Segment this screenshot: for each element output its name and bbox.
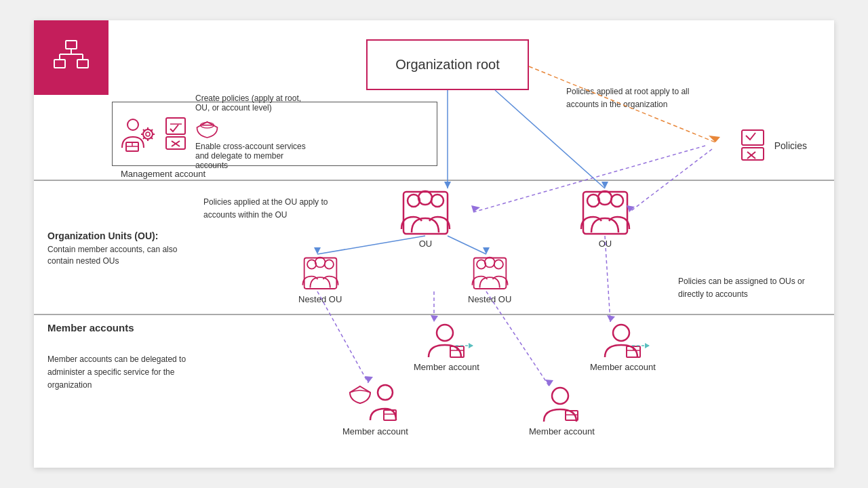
feature-2-text: Enable cross-account services and delega… [195, 142, 317, 170]
member4-label: Member account [529, 426, 595, 436]
org-root-label: Organization root [395, 57, 499, 73]
svg-point-56 [378, 385, 393, 400]
ou-policy-note: Policies applied at the OU apply to acco… [203, 195, 339, 221]
policies-note-top: Policies applied at root apply to all ac… [566, 85, 702, 110]
policies-label: Policies [774, 140, 807, 151]
feature-1: Create policies (apply at root, OU, or a… [195, 94, 317, 113]
ou2-label: OU [599, 239, 612, 249]
svg-point-37 [611, 195, 623, 207]
svg-point-46 [484, 258, 494, 268]
svg-point-33 [431, 195, 443, 207]
svg-rect-1 [54, 60, 65, 68]
feature-1-text: Create policies (apply at root, OU, or a… [195, 94, 317, 113]
svg-point-9 [146, 132, 150, 136]
member-desc-text: Member accounts can be delegated to admi… [47, 354, 186, 390]
member4-box: Member account [529, 386, 595, 436]
ou1-box: OU [400, 188, 451, 249]
svg-rect-43 [304, 258, 336, 289]
org-root-box: Organization root [366, 39, 529, 90]
svg-rect-21 [166, 118, 185, 134]
svg-rect-2 [77, 60, 88, 68]
member-section-label: Member accounts [47, 322, 134, 333]
svg-point-38 [598, 191, 612, 205]
nested-ou1-label: Nested OU [298, 294, 342, 304]
nested-ou2-box: Nested OU [468, 254, 511, 304]
policies-note-mid: Policies can be assigned to OUs or direc… [678, 274, 821, 300]
mgmt-box: Create policies (apply at root, OU, or a… [112, 102, 437, 166]
mgmt-label: Management account [121, 169, 205, 179]
svg-rect-47 [473, 258, 506, 289]
svg-point-59 [552, 388, 568, 404]
member3-label: Member account [342, 426, 408, 436]
nested-ou1-box: Nested OU [298, 254, 342, 304]
svg-point-34 [418, 191, 432, 205]
svg-point-42 [315, 258, 325, 268]
ou-policy-note-text: Policies applied at the OU apply to acco… [203, 197, 328, 220]
svg-point-7 [127, 119, 138, 130]
svg-marker-83 [431, 315, 438, 322]
ou-label: Organization Units (OU): [47, 230, 197, 241]
member-desc: Member accounts can be delegated to admi… [47, 352, 217, 390]
member-label: Member accounts [47, 322, 134, 333]
svg-rect-28 [742, 130, 764, 145]
policies-note-mid-text: Policies can be assigned to OUs or direc… [678, 277, 805, 299]
svg-marker-79 [709, 136, 720, 142]
member1-label: Member account [414, 362, 479, 372]
member2-box: Member account [590, 322, 656, 372]
svg-marker-85 [545, 380, 553, 386]
member1-box: Member account [414, 322, 479, 372]
svg-marker-82 [365, 376, 373, 383]
svg-point-52 [613, 325, 629, 341]
svg-point-45 [494, 260, 502, 268]
ou2-box: OU [580, 188, 631, 249]
nested-ou2-label: Nested OU [468, 294, 511, 304]
feature-2: Enable cross-account services and delega… [195, 142, 317, 170]
slide: Organization root [34, 20, 834, 468]
svg-rect-39 [583, 192, 627, 234]
policies-box: Policies [741, 129, 807, 163]
policies-note-top-text: Policies applied at root apply to all ac… [566, 87, 689, 109]
member2-label: Member account [590, 362, 656, 372]
logo-box [34, 20, 108, 95]
svg-point-41 [324, 260, 333, 268]
ou-section-label: Organization Units (OU): Contain member … [47, 230, 197, 267]
svg-point-48 [437, 325, 453, 341]
svg-rect-35 [403, 192, 448, 234]
ou1-label: OU [419, 239, 433, 249]
member3-box: Member account [342, 383, 408, 436]
svg-rect-0 [66, 41, 77, 49]
svg-marker-84 [607, 315, 615, 322]
ou-desc: Contain member accounts, can also contai… [47, 244, 197, 267]
